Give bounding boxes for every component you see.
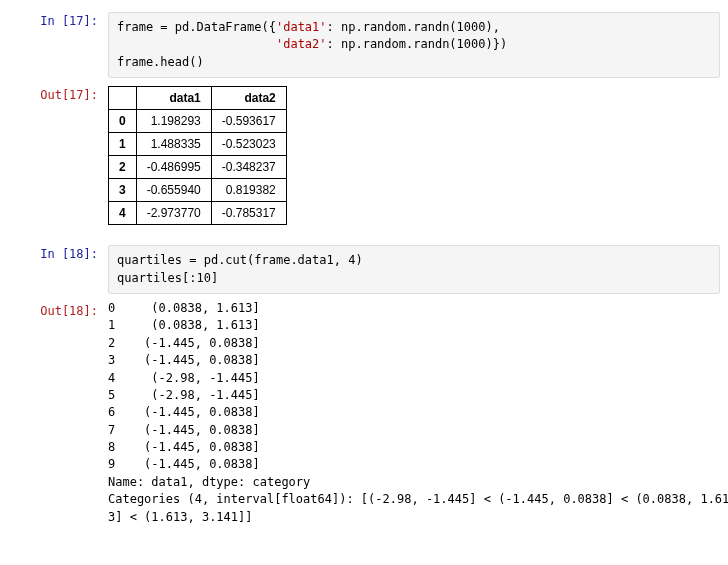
row-index: 2	[109, 156, 137, 179]
row-index: 1	[109, 133, 137, 156]
cell-value: -2.973770	[136, 202, 211, 225]
output-cell-18: Out[18]: 0 (0.0838, 1.613] 1 (0.0838, 1.…	[8, 298, 720, 534]
code-content: frame = pd.DataFrame({'data1': np.random…	[108, 8, 720, 78]
output-cell-17: Out[17]: data1 data2 0 1.198293 -0.59361…	[8, 82, 720, 237]
output-prompt: Out[17]:	[8, 82, 108, 237]
cell-value: -0.523023	[211, 133, 286, 156]
row-index: 4	[109, 202, 137, 225]
cell-value: 1.488335	[136, 133, 211, 156]
cell-value: 0.819382	[211, 179, 286, 202]
cell-value: -0.486995	[136, 156, 211, 179]
input-cell-17: In [17]: frame = pd.DataFrame({'data1': …	[8, 8, 720, 78]
table-row: 1 1.488335 -0.523023	[109, 133, 287, 156]
input-cell-18: In [18]: quartiles = pd.cut(frame.data1,…	[8, 241, 720, 294]
cell-value: 1.198293	[136, 110, 211, 133]
table-corner	[109, 87, 137, 110]
table-row: 0 1.198293 -0.593617	[109, 110, 287, 133]
row-index: 0	[109, 110, 137, 133]
cell-value: -0.348237	[211, 156, 286, 179]
input-prompt: In [17]:	[8, 8, 108, 78]
table-row: 3 -0.655940 0.819382	[109, 179, 287, 202]
table-row: 2 -0.486995 -0.348237	[109, 156, 287, 179]
input-prompt: In [18]:	[8, 241, 108, 294]
output-text: 0 (0.0838, 1.613] 1 (0.0838, 1.613] 2 (-…	[108, 298, 728, 534]
cell-value: -0.655940	[136, 179, 211, 202]
cell-value: -0.593617	[211, 110, 286, 133]
code-content: quartiles = pd.cut(frame.data1, 4) quart…	[108, 241, 720, 294]
code-input[interactable]: quartiles = pd.cut(frame.data1, 4) quart…	[108, 245, 720, 294]
row-index: 3	[109, 179, 137, 202]
table-row: 4 -2.973770 -0.785317	[109, 202, 287, 225]
output-content: data1 data2 0 1.198293 -0.593617 1 1.488…	[108, 82, 720, 237]
dataframe-table: data1 data2 0 1.198293 -0.593617 1 1.488…	[108, 86, 287, 225]
cell-value: -0.785317	[211, 202, 286, 225]
column-header: data1	[136, 87, 211, 110]
column-header: data2	[211, 87, 286, 110]
output-prompt: Out[18]:	[8, 298, 108, 534]
code-input[interactable]: frame = pd.DataFrame({'data1': np.random…	[108, 12, 720, 78]
